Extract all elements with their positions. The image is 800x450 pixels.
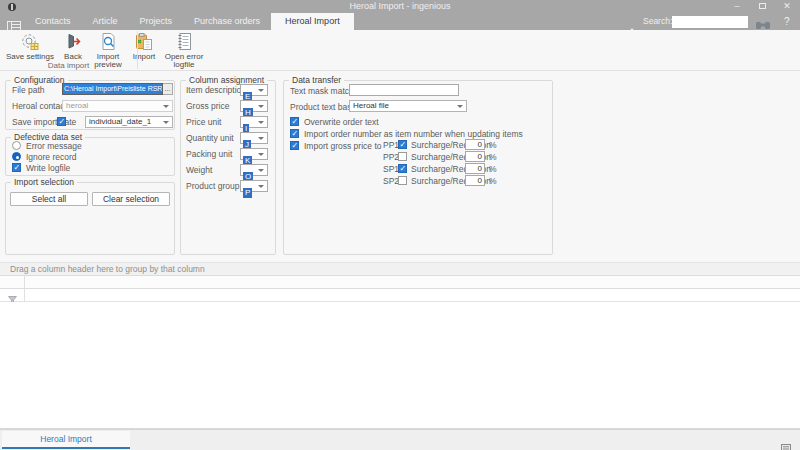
clear-selection-button[interactable]: Clear selection <box>92 192 170 206</box>
error-message-radio[interactable] <box>12 141 21 150</box>
price-unit-select[interactable]: I <box>240 116 268 128</box>
sp2-label: SP2 <box>383 175 399 187</box>
document-tab-heroal-import[interactable]: Heroal Import <box>2 431 130 449</box>
document-tab-bar: Heroal Import <box>0 429 800 450</box>
sp1-label: SP1 <box>383 163 399 175</box>
import-selection-title: Import selection <box>11 178 77 187</box>
tab-heroal-import[interactable]: Heroal Import <box>271 13 354 30</box>
ignore-record-radio[interactable] <box>12 152 21 161</box>
write-logfile-checkbox[interactable] <box>12 163 21 172</box>
help-icon[interactable]: ? <box>784 13 790 30</box>
title-bar: Heroal Import - ingenious – ✕ <box>0 0 800 13</box>
ribbon-tabs: Contacts Article Projects Purchase order… <box>24 13 354 30</box>
packing-unit-label: Packing unit <box>186 148 232 160</box>
grid-filter-indicator-cell <box>0 289 25 301</box>
grid-filter-row[interactable] <box>0 289 800 302</box>
tab-list-icon[interactable] <box>781 438 791 450</box>
packing-unit-select[interactable]: K <box>240 148 268 160</box>
gear-icon <box>20 32 40 51</box>
gross-price-select[interactable]: H <box>240 100 268 112</box>
search-label: Search: <box>643 13 672 30</box>
sp1-checkbox[interactable] <box>398 164 407 173</box>
pp2-surcharge-input[interactable]: 0 <box>465 151 485 162</box>
import-order-number-checkbox[interactable] <box>290 129 299 138</box>
import-button[interactable]: Import <box>128 31 160 62</box>
grid-indicator-cell <box>0 276 25 288</box>
sp1-percent-label: % <box>489 163 497 175</box>
import-preview-icon <box>99 32 118 51</box>
save-import-date-select[interactable]: individual_date_1 <box>85 116 173 128</box>
weight-select[interactable]: O <box>240 164 268 176</box>
pp2-label: PP2 <box>383 151 399 163</box>
pp1-checkbox[interactable] <box>398 140 407 149</box>
pp1-label: PP1 <box>383 139 399 151</box>
text-mask-matchcode-input[interactable] <box>349 84 459 96</box>
back-button[interactable]: Back <box>58 31 88 62</box>
pp2-percent-label: % <box>489 151 497 163</box>
quantity-unit-label: Quantity unit <box>186 132 234 144</box>
heroal-contact-select[interactable]: heroal <box>62 100 173 112</box>
pp1-surcharge-input[interactable]: 0 <box>465 139 485 150</box>
price-unit-label: Price unit <box>186 116 221 128</box>
pp2-checkbox[interactable] <box>398 152 407 161</box>
maximize-icon <box>759 3 766 9</box>
pp1-percent-label: % <box>489 139 497 151</box>
ribbon-tab-bar: Contacts Article Projects Purchase order… <box>0 13 800 30</box>
minimize-button[interactable]: – <box>726 0 748 13</box>
select-all-button[interactable]: Select all <box>10 192 88 206</box>
open-error-logfile-button[interactable]: Open error logfile <box>160 31 208 70</box>
sp2-surcharge-input[interactable]: 0 <box>465 175 485 186</box>
tab-article[interactable]: Article <box>82 13 129 30</box>
heroal-contact-label: Heroal contact <box>12 100 67 112</box>
file-path-label: File path <box>12 84 45 96</box>
tab-projects[interactable]: Projects <box>129 13 184 30</box>
sp1-surcharge-input[interactable]: 0 <box>465 163 485 174</box>
file-path-input[interactable]: C:\Heroal Import\Preisliste RSR 1025.71 <box>62 83 163 95</box>
gross-price-label: Gross price <box>186 100 229 112</box>
product-group-select[interactable]: P <box>240 180 268 192</box>
error-logfile-icon <box>175 32 194 51</box>
save-import-date-label: Save import date <box>12 116 76 128</box>
group-by-hint: Drag a column header here to group by th… <box>0 263 800 275</box>
overwrite-order-text-checkbox[interactable] <box>290 117 299 126</box>
quantity-unit-select[interactable]: J <box>240 132 268 144</box>
window-title: Heroal Import - ingenious <box>0 0 800 13</box>
grid-group-by-bar[interactable]: Drag a column header here to group by th… <box>0 262 800 276</box>
back-icon <box>64 32 83 51</box>
item-description-select[interactable]: E <box>240 84 268 96</box>
browse-button[interactable]: ... <box>163 83 173 95</box>
item-description-label: Item description <box>186 84 246 96</box>
product-text-base-select[interactable]: Heroal file <box>349 100 467 112</box>
product-group-label: Product group <box>186 180 239 192</box>
grid-body <box>0 302 800 429</box>
maximize-button[interactable] <box>751 0 773 13</box>
search-input[interactable] <box>672 16 748 28</box>
file-path-value: C:\Heroal Import\Preisliste RSR 1025.71 <box>63 84 163 94</box>
data-transfer-title: Data transfer <box>289 76 344 85</box>
tab-purchase-orders[interactable]: Purchase orders <box>183 13 271 30</box>
import-gross-price-checkbox[interactable] <box>290 141 299 150</box>
close-button[interactable]: ✕ <box>776 0 798 13</box>
ribbon-toolbar: Save settings Back Import preview Import… <box>0 30 800 71</box>
save-import-date-checkbox[interactable] <box>57 117 66 126</box>
write-logfile-label: Write logfile <box>26 162 70 174</box>
import-gross-price-label: Import gross price to <box>304 140 381 152</box>
weight-label: Weight <box>186 164 212 176</box>
sp2-checkbox[interactable] <box>398 176 407 185</box>
product-text-base-label: Product text base <box>290 101 356 113</box>
toolbar-separator <box>137 31 138 69</box>
toolbar-group-caption: Data import <box>0 61 137 70</box>
overwrite-order-text-label: Overwrite order text <box>304 116 379 128</box>
sp2-percent-label: % <box>489 175 497 187</box>
save-settings-button[interactable]: Save settings <box>2 31 58 62</box>
grid-header-row[interactable] <box>0 276 800 289</box>
tab-contacts[interactable]: Contacts <box>24 13 82 30</box>
